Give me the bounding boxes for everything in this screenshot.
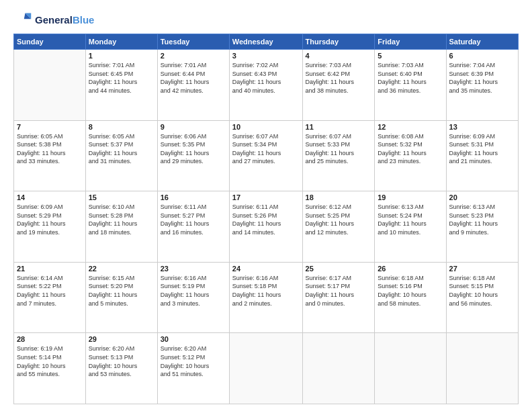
calendar-cell: 12Sunrise: 6:08 AMSunset: 5:32 PMDayligh… (375, 120, 446, 191)
day-info: Sunrise: 7:03 AMSunset: 6:42 PMDaylight:… (306, 61, 372, 95)
day-number: 16 (161, 193, 226, 201)
calendar-cell: 18Sunrise: 6:12 AMSunset: 5:25 PMDayligh… (302, 191, 375, 263)
day-number: 9 (161, 123, 226, 131)
day-number: 19 (378, 193, 443, 201)
calendar-week-3: 14Sunrise: 6:09 AMSunset: 5:29 PMDayligh… (14, 191, 519, 263)
day-info: Sunrise: 6:07 AMSunset: 5:34 PMDaylight:… (232, 132, 300, 166)
day-info: Sunrise: 6:18 AMSunset: 5:16 PMDaylight:… (378, 274, 443, 308)
day-number: 11 (306, 123, 372, 131)
day-info: Sunrise: 6:16 AMSunset: 5:18 PMDaylight:… (232, 274, 300, 308)
day-number: 8 (89, 123, 154, 131)
calendar-cell: 23Sunrise: 6:16 AMSunset: 5:19 PMDayligh… (157, 262, 229, 333)
day-number: 23 (161, 265, 226, 273)
calendar-header-row: SundayMondayTuesdayWednesdayThursdayFrid… (14, 34, 519, 50)
logo-icon (13, 11, 32, 30)
day-info: Sunrise: 7:02 AMSunset: 6:43 PMDaylight:… (232, 61, 300, 95)
day-info: Sunrise: 6:11 AMSunset: 5:26 PMDaylight:… (232, 203, 300, 236)
day-info: Sunrise: 6:13 AMSunset: 5:23 PMDaylight:… (449, 203, 515, 236)
day-number: 22 (89, 265, 154, 273)
day-info: Sunrise: 7:04 AMSunset: 6:39 PMDaylight:… (449, 61, 515, 95)
calendar-cell: 13Sunrise: 6:09 AMSunset: 5:31 PMDayligh… (446, 120, 518, 191)
calendar-cell: 4Sunrise: 7:03 AMSunset: 6:42 PMDaylight… (302, 50, 375, 121)
calendar-cell: 5Sunrise: 7:03 AMSunset: 6:40 PMDaylight… (375, 50, 446, 121)
calendar-cell: 11Sunrise: 6:07 AMSunset: 5:33 PMDayligh… (302, 120, 375, 191)
day-header-wednesday: Wednesday (229, 34, 302, 50)
calendar-cell: 25Sunrise: 6:17 AMSunset: 5:17 PMDayligh… (302, 262, 375, 333)
day-info: Sunrise: 6:11 AMSunset: 5:27 PMDaylight:… (161, 203, 226, 236)
calendar-cell (14, 50, 86, 121)
calendar-cell: 21Sunrise: 6:14 AMSunset: 5:22 PMDayligh… (14, 262, 86, 333)
day-info: Sunrise: 7:01 AMSunset: 6:45 PMDaylight:… (89, 61, 154, 95)
day-info: Sunrise: 6:14 AMSunset: 5:22 PMDaylight:… (17, 274, 83, 308)
day-info: Sunrise: 6:06 AMSunset: 5:35 PMDaylight:… (161, 132, 226, 166)
calendar-cell (229, 333, 302, 404)
day-header-sunday: Sunday (14, 34, 86, 50)
day-header-friday: Friday (375, 34, 446, 50)
calendar-cell (375, 333, 446, 404)
calendar-week-1: 1Sunrise: 7:01 AMSunset: 6:45 PMDaylight… (14, 50, 519, 121)
calendar-cell: 22Sunrise: 6:15 AMSunset: 5:20 PMDayligh… (85, 262, 157, 333)
calendar-cell: 28Sunrise: 6:19 AMSunset: 5:14 PMDayligh… (14, 333, 86, 404)
calendar-cell: 26Sunrise: 6:18 AMSunset: 5:16 PMDayligh… (375, 262, 446, 333)
day-header-tuesday: Tuesday (157, 34, 229, 50)
day-info: Sunrise: 6:13 AMSunset: 5:24 PMDaylight:… (378, 203, 443, 236)
day-info: Sunrise: 7:03 AMSunset: 6:40 PMDaylight:… (378, 61, 443, 95)
day-info: Sunrise: 6:09 AMSunset: 5:29 PMDaylight:… (17, 203, 83, 236)
day-number: 1 (89, 52, 154, 60)
day-header-monday: Monday (85, 34, 157, 50)
calendar-cell: 27Sunrise: 6:18 AMSunset: 5:15 PMDayligh… (446, 262, 518, 333)
calendar-cell: 1Sunrise: 7:01 AMSunset: 6:45 PMDaylight… (85, 50, 157, 121)
calendar-cell: 2Sunrise: 7:01 AMSunset: 6:44 PMDaylight… (157, 50, 229, 121)
calendar-cell: 29Sunrise: 6:20 AMSunset: 5:13 PMDayligh… (85, 333, 157, 404)
day-info: Sunrise: 6:05 AMSunset: 5:37 PMDaylight:… (89, 132, 154, 166)
day-number: 24 (232, 265, 300, 273)
calendar-cell: 9Sunrise: 6:06 AMSunset: 5:35 PMDaylight… (157, 120, 229, 191)
day-header-thursday: Thursday (302, 34, 375, 50)
day-number: 2 (161, 52, 226, 60)
day-info: Sunrise: 6:12 AMSunset: 5:25 PMDaylight:… (306, 203, 372, 236)
calendar-cell (302, 333, 375, 404)
day-info: Sunrise: 6:20 AMSunset: 5:12 PMDaylight:… (161, 345, 226, 378)
day-info: Sunrise: 6:18 AMSunset: 5:15 PMDaylight:… (449, 274, 515, 308)
day-number: 30 (161, 335, 226, 343)
day-number: 29 (89, 335, 154, 343)
day-number: 14 (17, 193, 83, 201)
calendar-week-5: 28Sunrise: 6:19 AMSunset: 5:14 PMDayligh… (14, 333, 519, 404)
day-number: 10 (232, 123, 300, 131)
page: GeneralBlue SundayMondayTuesdayWednesday… (0, 0, 532, 411)
day-number: 4 (306, 52, 372, 60)
day-number: 20 (449, 193, 515, 201)
day-number: 27 (449, 265, 515, 273)
calendar-cell: 14Sunrise: 6:09 AMSunset: 5:29 PMDayligh… (14, 191, 86, 263)
day-number: 28 (17, 335, 83, 343)
day-info: Sunrise: 6:10 AMSunset: 5:28 PMDaylight:… (89, 203, 154, 236)
day-number: 3 (232, 52, 300, 60)
day-number: 25 (306, 265, 372, 273)
day-info: Sunrise: 6:09 AMSunset: 5:31 PMDaylight:… (449, 132, 515, 166)
day-number: 12 (378, 123, 443, 131)
calendar-cell: 20Sunrise: 6:13 AMSunset: 5:23 PMDayligh… (446, 191, 518, 263)
day-info: Sunrise: 6:08 AMSunset: 5:32 PMDaylight:… (378, 132, 443, 166)
logo-text: GeneralBlue (35, 14, 94, 26)
day-info: Sunrise: 6:19 AMSunset: 5:14 PMDaylight:… (17, 345, 83, 378)
day-number: 15 (89, 193, 154, 201)
day-info: Sunrise: 6:05 AMSunset: 5:38 PMDaylight:… (17, 132, 83, 166)
day-number: 6 (449, 52, 515, 60)
day-number: 17 (232, 193, 300, 201)
logo: GeneralBlue (13, 11, 94, 30)
day-header-saturday: Saturday (446, 34, 518, 50)
calendar-table: SundayMondayTuesdayWednesdayThursdayFrid… (13, 34, 519, 404)
calendar-cell: 17Sunrise: 6:11 AMSunset: 5:26 PMDayligh… (229, 191, 302, 263)
calendar-cell: 19Sunrise: 6:13 AMSunset: 5:24 PMDayligh… (375, 191, 446, 263)
day-info: Sunrise: 7:01 AMSunset: 6:44 PMDaylight:… (161, 61, 226, 95)
day-number: 7 (17, 123, 83, 131)
header: GeneralBlue (13, 11, 519, 30)
calendar-week-2: 7Sunrise: 6:05 AMSunset: 5:38 PMDaylight… (14, 120, 519, 191)
calendar-cell: 3Sunrise: 7:02 AMSunset: 6:43 PMDaylight… (229, 50, 302, 121)
day-info: Sunrise: 6:17 AMSunset: 5:17 PMDaylight:… (306, 274, 372, 308)
day-info: Sunrise: 6:16 AMSunset: 5:19 PMDaylight:… (161, 274, 226, 308)
calendar-week-4: 21Sunrise: 6:14 AMSunset: 5:22 PMDayligh… (14, 262, 519, 333)
day-info: Sunrise: 6:07 AMSunset: 5:33 PMDaylight:… (306, 132, 372, 166)
day-number: 26 (378, 265, 443, 273)
day-info: Sunrise: 6:15 AMSunset: 5:20 PMDaylight:… (89, 274, 154, 308)
